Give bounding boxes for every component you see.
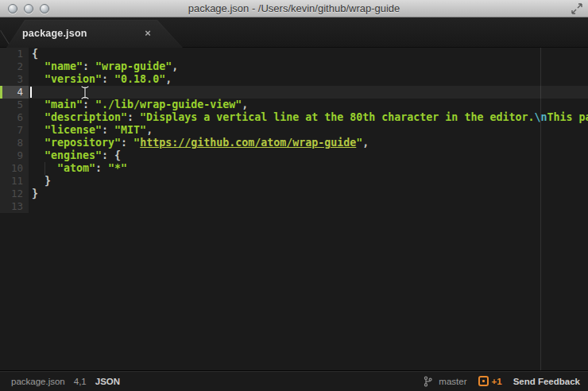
code-token: , bbox=[242, 99, 248, 110]
send-feedback-button[interactable]: Send Feedback bbox=[513, 377, 580, 386]
code-token: , bbox=[172, 60, 178, 72]
code-token: : bbox=[102, 73, 114, 85]
code-token bbox=[32, 111, 44, 123]
diff-modified-dot bbox=[482, 380, 485, 382]
code-line[interactable] bbox=[0, 200, 588, 213]
code-token: { bbox=[114, 149, 121, 161]
code-token: "repository" bbox=[44, 137, 121, 149]
code-token: "*" bbox=[108, 162, 127, 174]
code-line[interactable]: { bbox=[0, 48, 588, 60]
code-token bbox=[32, 60, 44, 72]
code-token bbox=[32, 124, 44, 136]
code-token: " bbox=[133, 137, 140, 149]
code-line[interactable]: "main": "./lib/wrap-guide-view", bbox=[0, 99, 588, 111]
code-token: "version" bbox=[44, 73, 102, 85]
tab-bar: package.json × bbox=[0, 17, 588, 48]
code-line[interactable]: "engines": { bbox=[0, 149, 588, 162]
status-file-name: package.json bbox=[11, 377, 65, 386]
code-token: , bbox=[146, 124, 153, 136]
code-line[interactable]: "name": "wrap-guide", bbox=[0, 60, 588, 73]
code-token: } bbox=[32, 175, 51, 187]
code-token: "engines" bbox=[44, 149, 102, 161]
status-grammar[interactable]: JSON bbox=[95, 377, 120, 386]
code-token: This pa bbox=[547, 111, 588, 123]
ibeam-pointer-icon bbox=[80, 85, 90, 100]
code-token: : bbox=[102, 124, 114, 136]
code-token: : bbox=[83, 99, 95, 110]
code-token: "Displays a vertical line at the 80th ch… bbox=[140, 111, 534, 123]
tab-package-json[interactable]: package.json × bbox=[6, 20, 183, 48]
status-left: package.json 4,1 JSON bbox=[11, 377, 120, 386]
code-token: "0.18.0" bbox=[114, 73, 165, 85]
code-token: : bbox=[102, 149, 114, 161]
code-token: : bbox=[83, 60, 95, 72]
code-token: "name" bbox=[44, 60, 83, 72]
code-token: "license" bbox=[44, 124, 102, 136]
status-diff-count: +1 bbox=[492, 377, 502, 386]
code-line[interactable]: "version": "0.18.0", bbox=[0, 73, 588, 86]
git-branch-icon bbox=[424, 376, 432, 387]
code-line[interactable]: "repository": "https://github.com/atom/w… bbox=[0, 137, 588, 149]
window-controls bbox=[8, 4, 49, 14]
code-token: , bbox=[362, 137, 369, 149]
window-title: package.json - /Users/kevin/github/wrap-… bbox=[56, 0, 532, 17]
code-lines[interactable]: { "name": "wrap-guide", "version": "0.18… bbox=[0, 48, 588, 213]
code-token: "atom" bbox=[57, 162, 95, 174]
code-token: "description" bbox=[44, 111, 127, 123]
zoom-window-button[interactable] bbox=[40, 4, 49, 14]
status-cursor-position: 4,1 bbox=[74, 377, 87, 386]
code-line[interactable]: "description": "Displays a vertical line… bbox=[0, 111, 588, 124]
status-bar: package.json 4,1 JSON master +1 Send Fee… bbox=[0, 370, 588, 391]
code-token bbox=[32, 99, 44, 110]
code-token: } bbox=[32, 188, 38, 199]
code-token: : bbox=[127, 111, 140, 123]
code-token bbox=[32, 73, 44, 85]
tab-close-icon[interactable]: × bbox=[141, 20, 154, 48]
atom-window: package.json - /Users/kevin/github/wrap-… bbox=[0, 0, 588, 391]
title-bar: package.json - /Users/kevin/github/wrap-… bbox=[0, 0, 588, 17]
status-git-branch: master bbox=[439, 377, 466, 386]
code-token: \n bbox=[534, 111, 547, 123]
close-window-button[interactable] bbox=[8, 4, 17, 14]
code-line[interactable]: "license": "MIT", bbox=[0, 124, 588, 137]
code-token: "main" bbox=[44, 99, 83, 110]
tab-label: package.json bbox=[22, 20, 87, 48]
code-token: { bbox=[32, 48, 38, 60]
code-token: : bbox=[121, 137, 133, 149]
code-line[interactable]: "atom": "*" bbox=[0, 162, 588, 175]
editor[interactable]: 12345678910111213 { "name": "wrap-guide"… bbox=[0, 48, 588, 370]
status-right: master +1 Send Feedback bbox=[424, 376, 580, 387]
code-token: : bbox=[95, 162, 108, 174]
code-token: "./lib/wrap-guide-view" bbox=[95, 99, 242, 110]
text-cursor bbox=[30, 87, 32, 98]
code-link[interactable]: https://github.com/atom/wrap-guide bbox=[140, 137, 356, 149]
minimize-window-button[interactable] bbox=[24, 4, 33, 14]
fullscreen-icon[interactable] bbox=[571, 2, 583, 15]
code-token: , bbox=[165, 73, 172, 85]
diff-modified-icon bbox=[478, 376, 489, 386]
code-token bbox=[32, 149, 44, 161]
code-token bbox=[32, 162, 57, 174]
code-line[interactable]: } bbox=[0, 175, 588, 188]
code-token bbox=[32, 137, 44, 149]
code-token: "wrap-guide" bbox=[95, 60, 172, 72]
code-line[interactable]: } bbox=[0, 188, 588, 200]
code-token: "MIT" bbox=[114, 124, 146, 136]
